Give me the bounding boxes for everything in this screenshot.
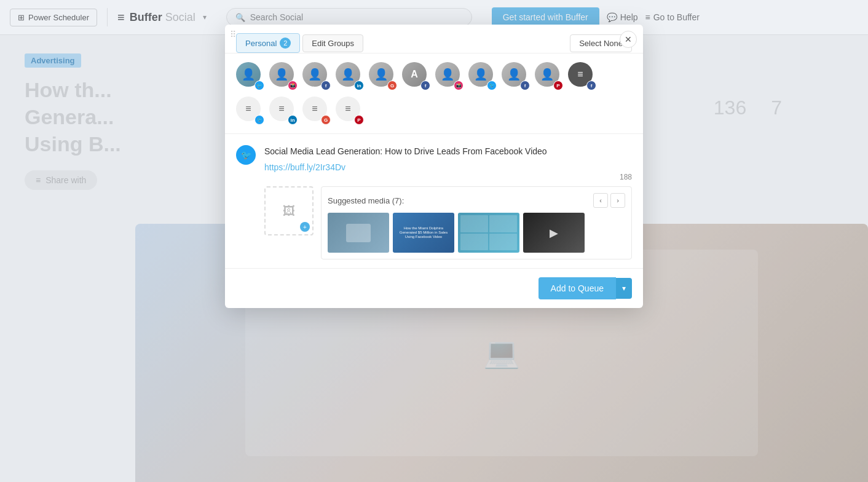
- avatar-user-2[interactable]: 👤 📸: [269, 62, 298, 90]
- add-queue-label: Add to Queue: [551, 283, 604, 293]
- stack-item-pinterest[interactable]: ≡ P: [336, 97, 364, 125]
- avatar-user-10[interactable]: 👤 P: [535, 62, 563, 90]
- suggested-label: Suggested media (7):: [328, 196, 404, 205]
- facebook-badge-3: f: [321, 81, 331, 90]
- avatar-user-1[interactable]: 👤 🐦: [236, 62, 264, 90]
- modal-close-button[interactable]: ✕: [620, 31, 637, 48]
- instagram-badge-7: 📸: [454, 81, 464, 90]
- queue-dropdown-icon: ▾: [622, 284, 626, 293]
- twitter-badge-stack: 🐦: [254, 115, 264, 125]
- stack-items-row: ≡ 🐦 ≡ in ≡ G ≡ P: [225, 97, 643, 131]
- avatar-user-9[interactable]: 👤 f: [502, 62, 530, 90]
- tab-personal-badge: 2: [280, 38, 291, 49]
- stack-item-google[interactable]: ≡ G: [302, 97, 331, 125]
- upload-icon: 🖼: [283, 204, 295, 218]
- next-icon: ›: [617, 197, 619, 204]
- share-modal: ⠿ ✕ Personal 2 Edit Groups Select None �: [225, 25, 643, 308]
- pinterest-badge-stack: P: [354, 115, 364, 125]
- tab-personal[interactable]: Personal 2: [236, 33, 300, 53]
- char-count-value: 188: [620, 173, 632, 181]
- pinterest-badge-10: P: [553, 81, 563, 90]
- google-badge-5: G: [387, 81, 397, 90]
- char-count: 188: [264, 173, 632, 181]
- avatar-user-7[interactable]: 👤 📸: [435, 62, 464, 90]
- thumb-1-label: [344, 221, 373, 245]
- drag-handle[interactable]: ⠿: [230, 30, 236, 39]
- instagram-badge-2: 📸: [288, 81, 298, 90]
- modal-divider: [225, 133, 643, 134]
- avatar-grid: 👤 🐦 👤 📸 👤 f 👤: [225, 53, 643, 97]
- twitter-badge-1: 🐦: [254, 81, 264, 90]
- prev-icon: ‹: [599, 197, 602, 204]
- compose-link[interactable]: https://buff.ly/2Ir34Dv: [264, 162, 345, 172]
- tab-edit-groups-label: Edit Groups: [312, 39, 354, 48]
- linkedin-badge-stack: in: [288, 115, 298, 125]
- suggested-header: Suggested media (7): ‹ ›: [328, 193, 625, 208]
- media-thumb-3[interactable]: [458, 213, 519, 253]
- modal-overlay: ⠿ ✕ Personal 2 Edit Groups Select None �: [0, 0, 868, 482]
- stack-item-linkedin[interactable]: ≡ in: [269, 97, 298, 125]
- modal-tabs: Personal 2 Edit Groups Select None: [225, 25, 643, 53]
- facebook-badge-buffer: f: [586, 81, 596, 90]
- add-to-queue-button[interactable]: Add to Queue: [539, 277, 616, 299]
- media-thumb-4[interactable]: ▶: [523, 213, 585, 253]
- compose-area: Social Media Lead Generation: How to Dri…: [264, 145, 632, 173]
- select-none-label: Select None: [579, 39, 623, 48]
- tab-personal-label: Personal: [245, 39, 277, 48]
- play-icon: ▶: [550, 226, 558, 240]
- twitter-channel-indicator: 🐦: [236, 145, 256, 165]
- avatar-user-6[interactable]: A f: [402, 62, 430, 90]
- twitter-badge-8: 🐦: [487, 81, 497, 90]
- thumb-2-label: How the Miami Dolphins Generated $5 Mill…: [393, 224, 454, 242]
- tab-edit-groups[interactable]: Edit Groups: [302, 34, 363, 52]
- google-badge-stack: G: [321, 115, 331, 125]
- avatar-user-4[interactable]: 👤 in: [336, 62, 364, 90]
- close-icon: ✕: [625, 34, 632, 44]
- avatar-user-5[interactable]: 👤 G: [369, 62, 397, 90]
- media-upload-area[interactable]: 🖼 +: [264, 186, 314, 235]
- media-thumb-1[interactable]: [328, 213, 389, 253]
- avatar-buffer-fb[interactable]: ≡ f: [568, 62, 596, 90]
- media-next-button[interactable]: ›: [610, 193, 625, 208]
- facebook-badge-9: f: [520, 81, 530, 90]
- upload-badge: +: [300, 222, 310, 232]
- avatar-user-8[interactable]: 👤 🐦: [468, 62, 497, 90]
- suggested-media-box: Suggested media (7): ‹ ›: [321, 186, 632, 259]
- facebook-badge-6: f: [420, 81, 430, 90]
- modal-footer: Add to Queue ▾: [225, 268, 643, 308]
- modal-content: 🐦 Social Media Lead Generation: How to D…: [225, 136, 643, 268]
- media-nav-buttons: ‹ ›: [593, 193, 625, 208]
- linkedin-badge-4: in: [354, 81, 364, 90]
- media-thumb-2[interactable]: How the Miami Dolphins Generated $5 Mill…: [393, 213, 454, 253]
- media-prev-button[interactable]: ‹: [593, 193, 608, 208]
- compose-text[interactable]: Social Media Lead Generation: How to Dri…: [264, 145, 632, 158]
- media-thumbnails: How the Miami Dolphins Generated $5 Mill…: [328, 213, 625, 253]
- add-queue-dropdown-button[interactable]: ▾: [616, 278, 632, 299]
- twitter-icon: 🐦: [241, 150, 251, 160]
- avatar-user-3[interactable]: 👤 f: [302, 62, 331, 90]
- stack-item-twitter[interactable]: ≡ 🐦: [236, 97, 264, 125]
